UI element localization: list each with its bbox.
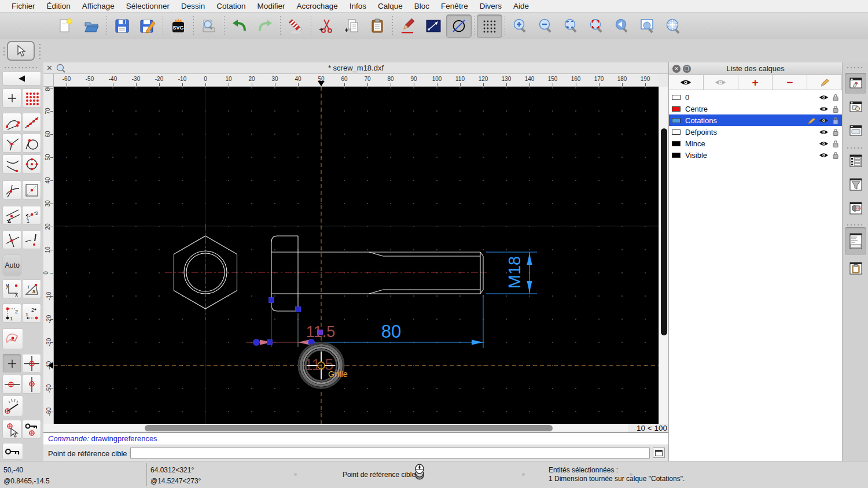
- layer-lock-icon[interactable]: [832, 117, 839, 124]
- new-document-button[interactable]: [53, 14, 79, 38]
- dimension-11-5[interactable]: 11.5: [246, 304, 335, 347]
- layer-visibility-icon[interactable]: [819, 106, 829, 112]
- copy-button[interactable]: [339, 14, 365, 38]
- dimension-m18[interactable]: M18: [486, 252, 537, 294]
- save-as-button[interactable]: [135, 14, 160, 38]
- layer-row-visible[interactable]: Visible: [669, 149, 842, 161]
- snap-middle-tool[interactable]: [2, 154, 21, 173]
- coordinate-cartesian-tool[interactable]: yx: [2, 279, 21, 298]
- zoom-window-button[interactable]: [635, 14, 660, 38]
- remove-layer-button[interactable]: −: [773, 75, 807, 90]
- points-grid-tool[interactable]: [22, 88, 41, 108]
- horizontal-scrollbar[interactable]: [43, 424, 628, 432]
- save-button[interactable]: [109, 14, 135, 38]
- layer-edit-icon[interactable]: [808, 117, 815, 124]
- paste-button[interactable]: [365, 14, 390, 38]
- relative-point-tool-1[interactable]: 12: [2, 304, 21, 323]
- layer-visibility-icon[interactable]: [819, 129, 829, 135]
- drawing-canvas[interactable]: 11.5 80 M18: [54, 87, 659, 424]
- cut-button[interactable]: [314, 14, 339, 38]
- pen-attributes-button[interactable]: [395, 14, 421, 38]
- show-all-layers-button[interactable]: [669, 75, 704, 90]
- crosshair-target-tool[interactable]: [22, 354, 41, 373]
- zoom-out-button[interactable]: [533, 14, 558, 38]
- print-preview-button[interactable]: [196, 14, 222, 38]
- filter-widget-toggle[interactable]: [845, 174, 866, 195]
- menu-cotation[interactable]: Cotation: [211, 2, 251, 10]
- vertical-scrollbar-thumb[interactable]: [661, 128, 667, 335]
- lock-layer-tool[interactable]: [2, 443, 23, 460]
- menu-affichage[interactable]: Affichage: [76, 2, 120, 10]
- library-widget-toggle[interactable]: [845, 120, 866, 141]
- toolbar-handle[interactable]: [2, 46, 6, 57]
- back-button[interactable]: [2, 71, 41, 86]
- dimension-80[interactable]: 80: [312, 295, 483, 348]
- auto-snap-button[interactable]: Auto: [2, 254, 22, 276]
- menu-divers[interactable]: Divers: [474, 2, 507, 10]
- layer-lock-icon[interactable]: [832, 105, 839, 113]
- open-file-button[interactable]: [79, 14, 104, 38]
- relative-point-tool-2[interactable]: 12: [22, 304, 41, 323]
- restrict-horizontal-tool[interactable]: [2, 375, 21, 394]
- layer-widget-toggle[interactable]: [845, 73, 866, 94]
- command-dock-button[interactable]: [653, 448, 665, 458]
- snap-center-tool[interactable]: [2, 134, 21, 153]
- command-widget-toggle[interactable]: [845, 227, 866, 255]
- restrict-lines-tool[interactable]: [2, 206, 21, 225]
- dock-handle[interactable]: [3, 66, 38, 69]
- grid-toggle-button[interactable]: [477, 14, 502, 38]
- layer-visibility-icon[interactable]: [819, 152, 829, 158]
- layer-visibility-icon[interactable]: [819, 94, 829, 101]
- redo-button[interactable]: [252, 14, 278, 38]
- layer-row-mince[interactable]: Mince: [669, 138, 842, 149]
- block-widget-toggle[interactable]: [845, 97, 866, 117]
- point-tool[interactable]: [2, 88, 21, 108]
- menu-fichier[interactable]: Fichier: [6, 2, 41, 10]
- add-layer-button[interactable]: +: [738, 75, 773, 90]
- restrict-vertical-tool[interactable]: [22, 375, 41, 394]
- snap-endpoint-tool[interactable]: [2, 113, 21, 132]
- snap-relative-zero-tool[interactable]: [22, 420, 41, 439]
- menu-aide[interactable]: Aide: [507, 2, 535, 10]
- snap-tangent-tool[interactable]: [22, 134, 41, 153]
- export-svg-button[interactable]: SVG: [165, 14, 191, 38]
- zoom-in-button[interactable]: [507, 14, 533, 38]
- layer-row-cotations[interactable]: Cotations: [669, 114, 842, 126]
- layer-visibility-icon[interactable]: [819, 141, 829, 147]
- menu-dessin[interactable]: Dessin: [175, 2, 211, 10]
- pen-palette-widget-toggle[interactable]: [845, 198, 866, 219]
- entity-list-widget-toggle[interactable]: [845, 150, 866, 171]
- layer-lock-icon[interactable]: [832, 151, 839, 159]
- layer-visibility-icon[interactable]: [819, 117, 829, 124]
- lock-relative-zero-tool[interactable]: [2, 420, 21, 439]
- layer-lock-icon[interactable]: [832, 128, 839, 136]
- layer-row-defpoints[interactable]: Defpoints: [669, 126, 842, 138]
- horizontal-scrollbar-thumb[interactable]: [145, 425, 553, 431]
- snap-cross-tool[interactable]: [2, 230, 21, 249]
- zoom-previous-button[interactable]: [609, 14, 635, 38]
- clipboard-widget-toggle[interactable]: [845, 258, 866, 279]
- zoom-pan-button[interactable]: [660, 14, 686, 38]
- snap-bounding-tool[interactable]: [22, 180, 41, 199]
- delete-entities-button[interactable]: [283, 14, 308, 38]
- snap-reference-tool[interactable]: 12: [22, 206, 41, 225]
- crosshair-plus-tool[interactable]: [2, 354, 21, 373]
- menu-fenêtre[interactable]: Fenêtre: [435, 2, 474, 10]
- coordinate-polar-tool[interactable]: ra: [22, 279, 41, 298]
- snap-on-entity-tool[interactable]: [22, 113, 41, 132]
- layer-lock-icon[interactable]: [832, 140, 839, 147]
- text-grip[interactable]: [318, 330, 323, 335]
- menu-accrochage[interactable]: Accrochage: [290, 2, 343, 10]
- menu-modifier[interactable]: Modifier: [251, 2, 290, 10]
- angle-gauge-tool[interactable]: [2, 395, 23, 416]
- select-region-tool[interactable]: [2, 328, 23, 349]
- toolbar-handle[interactable]: [38, 43, 42, 59]
- menu-calque[interactable]: Calque: [372, 2, 409, 10]
- layer-row-0[interactable]: 0: [669, 91, 842, 103]
- selection-pointer-button[interactable]: [7, 41, 35, 61]
- snap-intersection-tool[interactable]: [2, 180, 21, 199]
- circle-tool-button[interactable]: [446, 14, 472, 38]
- zoom-auto-button[interactable]: [558, 14, 584, 38]
- edit-layer-button[interactable]: [807, 75, 842, 90]
- snap-quadrant-tool[interactable]: [22, 154, 41, 173]
